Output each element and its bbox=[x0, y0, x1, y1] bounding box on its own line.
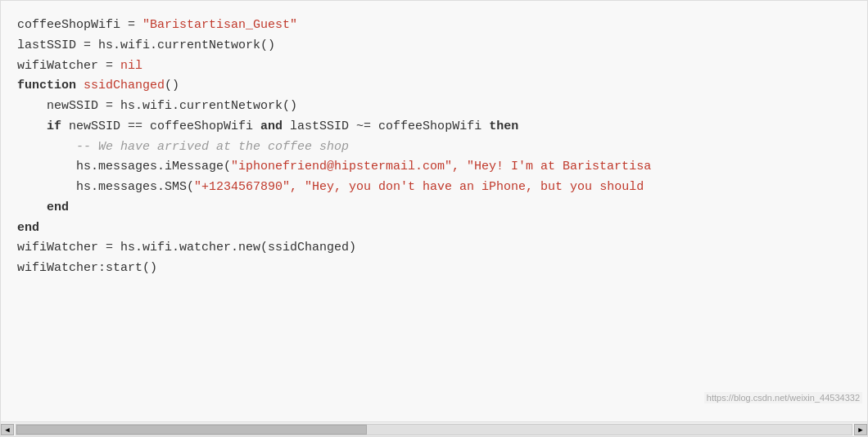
code-text: hs.messages.SMS( bbox=[17, 180, 194, 194]
code-line-3: wifiWatcher = nil bbox=[17, 56, 851, 77]
code-line-10: end bbox=[17, 198, 851, 218]
code-text: wifiWatcher = bbox=[17, 59, 120, 73]
code-keyword: and bbox=[260, 119, 283, 133]
scroll-left-button[interactable]: ◀ bbox=[1, 424, 14, 435]
code-keyword: end bbox=[47, 200, 69, 214]
code-text: newSSID = hs.wifi.currentNetwork() bbox=[17, 99, 297, 113]
code-line-2: lastSSID = hs.wifi.currentNetwork() bbox=[17, 36, 851, 56]
code-string: "iphonefriend@hipstermail.com", "Hey! I'… bbox=[231, 160, 651, 173]
code-line-11: end bbox=[17, 218, 851, 239]
code-line-5: newSSID = hs.wifi.currentNetwork() bbox=[17, 97, 851, 117]
horizontal-scrollbar[interactable]: ◀ ▶ bbox=[1, 421, 867, 436]
code-text: lastSSID ~= coffeeShopWifi bbox=[283, 119, 489, 133]
code-line-1: coffeeShopWifi = "Baristartisan_Guest" bbox=[17, 16, 851, 36]
code-text bbox=[17, 200, 47, 214]
code-text: coffeeShopWifi = bbox=[17, 18, 142, 32]
code-string: "+1234567890", "Hey, you don't have an i… bbox=[194, 180, 644, 194]
scroll-track[interactable] bbox=[16, 424, 852, 435]
code-text: wifiWatcher = hs.wifi.watcher.new(ssidCh… bbox=[17, 241, 356, 255]
code-keyword: function bbox=[17, 79, 84, 92]
code-area: coffeeShopWifi = "Baristartisan_Guest" l… bbox=[1, 1, 867, 421]
code-comment: -- We have arrived at the coffee shop bbox=[17, 140, 349, 154]
code-line-7: -- We have arrived at the coffee shop bbox=[17, 137, 851, 158]
code-function-name: ssidChanged bbox=[84, 79, 165, 92]
code-line-8: hs.messages.iMessage("iphonefriend@hipst… bbox=[17, 157, 851, 178]
code-line-13: wifiWatcher:start() bbox=[17, 259, 851, 279]
code-text bbox=[17, 119, 47, 133]
code-line-6: if newSSID == coffeeShopWifi and lastSSI… bbox=[17, 117, 851, 137]
code-text: lastSSID = hs.wifi.currentNetwork() bbox=[17, 38, 275, 52]
code-keyword: then bbox=[489, 119, 518, 133]
code-text: newSSID == coffeeShopWifi bbox=[61, 119, 260, 133]
watermark: https://blog.csdn.net/weixin_44534332 bbox=[704, 392, 862, 403]
code-keyword: end bbox=[17, 221, 39, 235]
scroll-thumb[interactable] bbox=[16, 425, 367, 435]
code-text: wifiWatcher:start() bbox=[17, 261, 157, 275]
scroll-right-button[interactable]: ▶ bbox=[854, 424, 867, 435]
code-text: () bbox=[165, 79, 179, 92]
code-line-9: hs.messages.SMS("+1234567890", "Hey, you… bbox=[17, 178, 851, 198]
code-container: coffeeShopWifi = "Baristartisan_Guest" l… bbox=[0, 0, 868, 437]
code-string: "Baristartisan_Guest" bbox=[142, 18, 297, 32]
code-text: hs.messages.iMessage( bbox=[17, 160, 231, 173]
code-line-12: wifiWatcher = hs.wifi.watcher.new(ssidCh… bbox=[17, 238, 851, 259]
code-keyword: if bbox=[47, 119, 61, 133]
code-keyword: nil bbox=[120, 59, 142, 73]
code-line-4: function ssidChanged() bbox=[17, 76, 851, 97]
